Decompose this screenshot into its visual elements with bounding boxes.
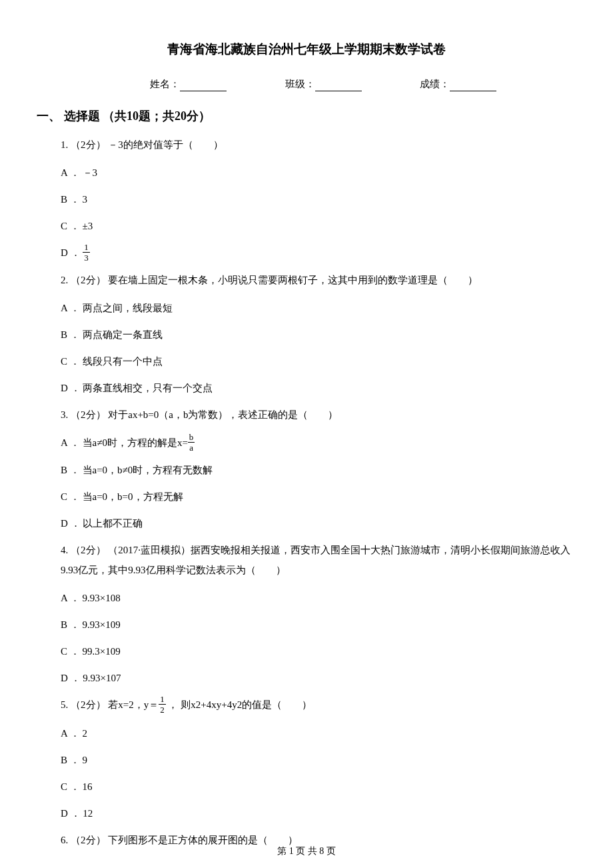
q1-stem: 1. （2分） －3的绝对值等于（ ） <box>61 135 576 155</box>
q4-opt-d: D ． 9.93×107 <box>61 668 576 688</box>
q3-opt-d: D ． 以上都不正确 <box>61 513 576 533</box>
footer-mid: 页 共 <box>294 846 320 856</box>
q4-opt-c: C ． 99.3×109 <box>61 641 576 661</box>
page-footer: 第 1 页 共 8 页 <box>0 844 613 858</box>
score-blank[interactable] <box>450 91 496 91</box>
footer-prefix: 第 <box>277 846 289 856</box>
name-field: 姓名： <box>150 77 227 92</box>
q1-d-denominator: 3 <box>83 253 90 262</box>
q1-opt-c: C ． ±3 <box>61 216 576 236</box>
q2-stem: 2. （2分） 要在墙上固定一根木条，小明说只需要两根钉子，这其中用到的数学道理… <box>61 270 576 290</box>
fraction-icon: b a <box>188 433 195 452</box>
q1-opt-b: B ． 3 <box>61 189 576 209</box>
q5-opt-b: B ． 9 <box>61 750 576 770</box>
q4-opt-b: B ． 9.93×109 <box>61 615 576 635</box>
q5-stem-suffix: ， 则x2+4xy+4y2的值是（ ） <box>166 699 312 710</box>
class-blank[interactable] <box>315 91 362 91</box>
q3-a-numerator: b <box>188 433 195 443</box>
q5-numerator: 1 <box>159 695 166 705</box>
q1-opt-d-prefix: D ． <box>61 247 81 258</box>
name-label: 姓名： <box>150 79 180 89</box>
q3-opt-b: B ． 当a=0，b≠0时，方程有无数解 <box>61 460 576 480</box>
score-field: 成绩： <box>420 77 496 92</box>
q5-denominator: 2 <box>159 705 166 714</box>
q3-opt-a: A ． 当a≠0时，方程的解是x= b a <box>61 433 576 453</box>
q5-opt-a: A ． 2 <box>61 723 576 743</box>
q2-opt-b: B ． 两点确定一条直线 <box>61 325 576 345</box>
q2-opt-a: A ． 两点之间，线段最短 <box>61 298 576 318</box>
fraction-icon: 1 2 <box>159 695 166 714</box>
class-label: 班级： <box>285 79 315 89</box>
q2-opt-d: D ． 两条直线相交，只有一个交点 <box>61 378 576 398</box>
q1-opt-d: D ． 1 3 <box>61 243 576 263</box>
section-1-heading: 一、 选择题 （共10题；共20分） <box>37 107 576 125</box>
q2-opt-c: C ． 线段只有一个中点 <box>61 351 576 371</box>
q4-stem: 4. （2分） （2017·蓝田模拟）据西安晚报相关报道，西安市入围全国十大热门… <box>61 540 576 580</box>
footer-suffix: 页 <box>324 846 336 856</box>
footer-current-page: 1 <box>289 846 294 856</box>
header-fields: 姓名： 班级： 成绩： <box>37 77 576 92</box>
q5-opt-d: D ． 12 <box>61 803 576 823</box>
fraction-icon: 1 3 <box>83 243 90 262</box>
q3-opt-c: C ． 当a=0，b=0，方程无解 <box>61 487 576 507</box>
exam-title: 青海省海北藏族自治州七年级上学期期末数学试卷 <box>37 40 576 59</box>
score-label: 成绩： <box>420 79 450 89</box>
q3-opt-a-prefix: A ． 当a≠0时，方程的解是x= <box>61 437 188 448</box>
q3-a-denominator: a <box>188 443 195 452</box>
class-field: 班级： <box>285 77 362 92</box>
q5-stem-prefix: 5. （2分） 若x=2，y＝ <box>61 699 159 710</box>
q1-opt-a: A ． －3 <box>61 163 576 183</box>
q3-stem: 3. （2分） 对于ax+b=0（a，b为常数），表述正确的是（ ） <box>61 405 576 425</box>
q5-opt-c: C ． 16 <box>61 777 576 797</box>
q5-stem: 5. （2分） 若x=2，y＝ 1 2 ， 则x2+4xy+4y2的值是（ ） <box>61 695 576 715</box>
name-blank[interactable] <box>180 91 227 91</box>
q4-opt-a: A ． 9.93×108 <box>61 588 576 608</box>
q1-d-numerator: 1 <box>83 243 90 253</box>
